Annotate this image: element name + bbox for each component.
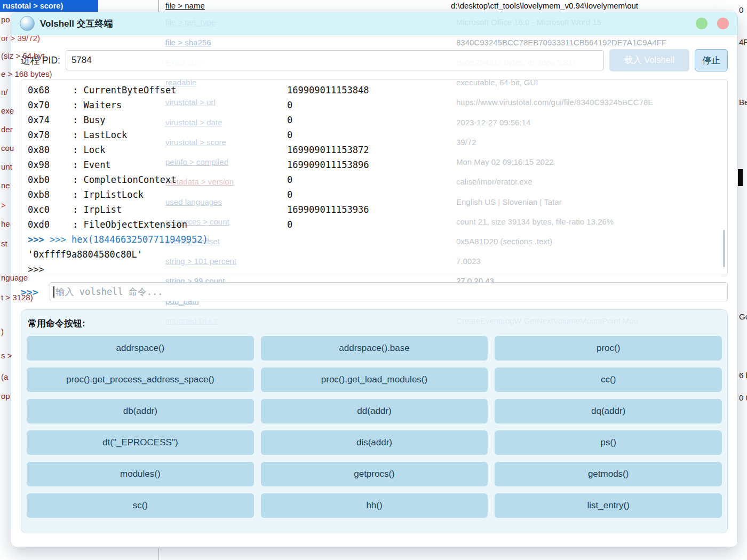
command-button[interactable]: sc() xyxy=(27,493,254,518)
struct-field-row: 0x68: CurrentByteOffset169909011153848 xyxy=(28,83,721,98)
struct-field-row: 0xd0: FileObjectExtension0 xyxy=(28,217,721,232)
struct-field-row: 0x78: LastLock0 xyxy=(28,127,721,142)
input-prompt: >>> xyxy=(21,286,45,298)
command-button[interactable]: dd(addr) xyxy=(261,399,488,423)
command-button[interactable]: list_entry() xyxy=(495,493,722,518)
text-caret xyxy=(53,286,54,298)
command-button[interactable]: dis(addr) xyxy=(261,430,488,455)
load-volshell-button[interactable]: 载入 Volshell xyxy=(609,49,689,71)
struct-field-row: 0xb0: CompletionContext0 xyxy=(28,172,721,187)
pid-row: 进程 PID: 载入 Volshell 停止 xyxy=(21,49,728,71)
command-button[interactable]: hh() xyxy=(261,493,488,518)
dialog-titlebar[interactable]: Volshell 交互终端 xyxy=(11,12,737,35)
stop-button[interactable]: 停止 xyxy=(695,49,728,71)
pid-input[interactable] xyxy=(66,50,604,70)
echo-line: >>> >>> hex(18446632507711949952) xyxy=(28,232,721,247)
struct-field-row: 0xc0: IrpList169909011153936 xyxy=(28,202,721,217)
echo-prompt-1: >>> xyxy=(28,234,44,245)
command-button[interactable]: getmods() xyxy=(495,462,722,486)
command-button[interactable]: addrspace() xyxy=(27,336,254,361)
command-button[interactable]: getprocs() xyxy=(261,462,488,486)
struct-field-row: 0x80: Lock169909011153872 xyxy=(28,142,721,157)
pid-label: 进程 PID: xyxy=(21,54,60,67)
input-placeholder: 输入 volshell 命令... xyxy=(56,286,163,298)
terminal-struct-rows: 0x68: CurrentByteOffset1699090111538480x… xyxy=(28,83,721,232)
dialog-title: Volshell 交互终端 xyxy=(40,18,113,30)
command-button[interactable]: dq(addr) xyxy=(495,399,722,423)
command-button[interactable]: dt("_EPROCESS") xyxy=(27,430,254,455)
minimize-button[interactable] xyxy=(696,18,708,29)
volshell-logo-icon xyxy=(20,16,35,31)
commands-header: 常用命令按钮: xyxy=(21,310,727,336)
echoed-command: hex(18446632507711949952) xyxy=(71,234,208,245)
bg-selected-cell: rustotal > score) xyxy=(0,0,98,12)
volshell-dialog: Volshell 交互终端 进程 PID: 载入 Volshell 停止 0x6… xyxy=(11,12,738,547)
command-button[interactable]: cc() xyxy=(495,367,722,392)
bg-table-divider-top xyxy=(158,0,159,12)
command-button[interactable]: proc() xyxy=(495,336,722,361)
command-button[interactable]: modules() xyxy=(27,462,254,486)
command-result: '0xffff9a8804580c80L' xyxy=(28,247,721,262)
close-button[interactable] xyxy=(717,18,729,29)
command-button[interactable]: addrspace().base xyxy=(261,336,488,361)
terminal-prompt: >>> xyxy=(28,262,721,276)
command-button[interactable]: ps() xyxy=(495,430,722,455)
echo-prompt-2: >>> xyxy=(50,234,66,245)
terminal-output[interactable]: 0x68: CurrentByteOffset1699090111538480x… xyxy=(21,79,728,276)
struct-field-row: 0x98: Event169909011153896 xyxy=(28,157,721,172)
command-button[interactable]: proc().get_process_address_space() xyxy=(27,367,254,392)
window-controls xyxy=(696,18,729,29)
struct-field-row: 0xb8: IrpListLock0 xyxy=(28,187,721,202)
command-buttons-grid: addrspace()addrspace().baseproc()proc().… xyxy=(21,336,727,518)
bg-output-path: d:\desktop\ctf_tools\lovelymem_v0.94\lov… xyxy=(451,1,638,10)
struct-field-row: 0x70: Waiters0 xyxy=(28,98,721,113)
volshell-command-input[interactable]: 输入 volshell 命令... xyxy=(50,282,728,301)
command-button[interactable]: proc().get_load_modules() xyxy=(261,367,488,392)
bg-table-divider-bottom xyxy=(158,548,159,560)
command-input-row: >>> 输入 volshell 命令... xyxy=(21,282,728,302)
struct-field-row: 0x74: Busy0 xyxy=(28,113,721,127)
bg-column-header[interactable]: file > name xyxy=(165,1,205,10)
common-commands-panel: 常用命令按钮: addrspace()addrspace().baseproc(… xyxy=(21,309,728,533)
command-button[interactable]: db(addr) xyxy=(27,399,254,423)
terminal-scrollbar[interactable] xyxy=(723,230,725,267)
